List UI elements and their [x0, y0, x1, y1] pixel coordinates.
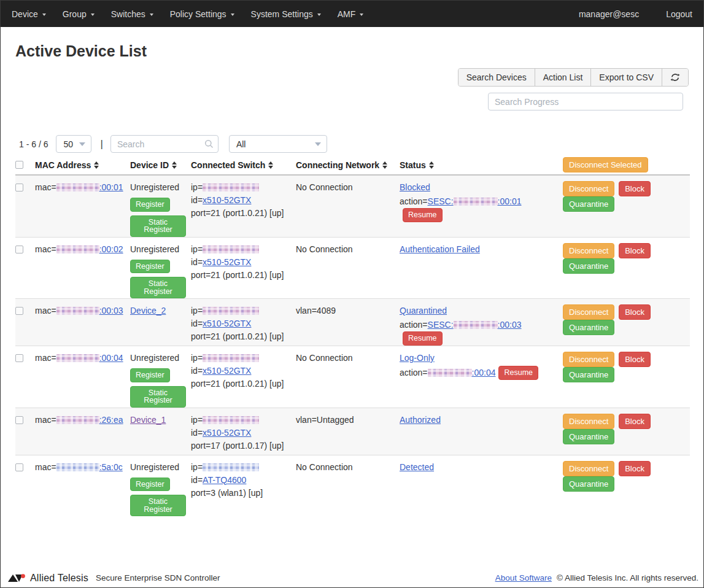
disconnect-button[interactable]: Disconnect	[563, 461, 614, 476]
ip-link[interactable]	[203, 244, 259, 254]
quarantine-button[interactable]: Quarantine	[563, 196, 614, 212]
allied-telesis-logo-icon	[8, 573, 26, 583]
switch-id-link[interactable]: x510-52GTX	[203, 319, 251, 328]
block-button[interactable]: Block	[619, 352, 651, 367]
status-link[interactable]: Authentication Failed	[400, 244, 480, 254]
sort-icon[interactable]	[268, 161, 273, 169]
port-info: port=21 (port1.0.21) [up]	[191, 207, 291, 220]
refresh-button[interactable]	[662, 69, 688, 86]
device-state: Unregistered	[130, 461, 186, 474]
about-software-link[interactable]: About Software	[495, 573, 552, 582]
resume-button[interactable]: Resume	[403, 208, 443, 222]
quarantine-button[interactable]: Quarantine	[563, 320, 614, 335]
nav-menu-device[interactable]: Device	[12, 9, 46, 19]
quarantine-button[interactable]: Quarantine	[563, 367, 614, 382]
action-link[interactable]: SESC::00:01	[428, 196, 522, 206]
block-button[interactable]: Block	[619, 304, 651, 320]
ip-link[interactable]	[203, 182, 259, 192]
nav-menu-policy-settings[interactable]: Policy Settings	[170, 9, 234, 19]
disconnect-selected-button[interactable]: Disconnect Selected	[563, 157, 648, 172]
toolbar: Search Devices Action List Export to CSV	[458, 68, 689, 87]
mac-link[interactable]: :5a:0c	[56, 462, 123, 472]
static-register-button[interactable]: Static Register	[130, 277, 186, 298]
mac-link[interactable]: :00:04	[56, 353, 123, 363]
quarantine-button[interactable]: Quarantine	[563, 429, 614, 444]
action-link[interactable]: :00:04	[428, 368, 496, 377]
status-link[interactable]: Quarantined	[400, 306, 447, 315]
block-button[interactable]: Block	[619, 461, 651, 476]
switch-id-link[interactable]: x510-52GTX	[203, 195, 251, 205]
sort-icon[interactable]	[382, 161, 387, 169]
table-search-input[interactable]	[110, 135, 219, 153]
disconnect-button[interactable]: Disconnect	[563, 243, 614, 258]
row-checkbox[interactable]	[15, 246, 23, 253]
logout-button[interactable]: Logout	[666, 9, 692, 19]
resume-button[interactable]: Resume	[498, 366, 538, 380]
register-button[interactable]: Register	[130, 478, 170, 492]
sort-icon[interactable]	[172, 161, 177, 169]
mac-link[interactable]: :26:ea	[56, 415, 123, 425]
ip-link[interactable]	[203, 415, 259, 425]
mac-link[interactable]: :00:01	[56, 182, 123, 192]
nav-menu-switches[interactable]: Switches	[111, 9, 153, 19]
disconnect-button[interactable]: Disconnect	[563, 352, 614, 367]
mac-link[interactable]: :00:03	[56, 306, 123, 315]
export-csv-button[interactable]: Export to CSV	[591, 69, 662, 86]
disconnect-button[interactable]: Disconnect	[563, 304, 614, 320]
device-link[interactable]: Device_1	[130, 415, 166, 425]
row-checkbox[interactable]	[15, 354, 23, 362]
status-filter-select[interactable]: All	[229, 135, 327, 153]
ip-link[interactable]	[203, 306, 259, 315]
table-row: mac=:00:04 Unregistered Register Static …	[15, 346, 690, 408]
status-link[interactable]: Authorized	[400, 415, 441, 425]
nav-menu-amf[interactable]: AMF	[338, 9, 364, 19]
sort-icon[interactable]	[94, 161, 99, 169]
mac-link[interactable]: :00:02	[56, 244, 123, 254]
nav-menu-group[interactable]: Group	[63, 9, 95, 19]
quarantine-button[interactable]: Quarantine	[563, 258, 614, 274]
nav-menu-system-settings[interactable]: System Settings	[251, 9, 321, 19]
static-register-button[interactable]: Static Register	[130, 495, 186, 516]
device-link[interactable]: Device_2	[130, 306, 166, 315]
page-size-select[interactable]: 50	[56, 135, 91, 153]
connecting-network: vlan=Untagged	[296, 414, 400, 427]
status-link[interactable]: Detected	[400, 462, 434, 472]
sort-icon[interactable]	[429, 161, 434, 169]
resume-button[interactable]: Resume	[403, 331, 443, 346]
status-link[interactable]: Blocked	[400, 182, 430, 192]
status-link[interactable]: Log-Only	[400, 353, 435, 363]
switch-id-link[interactable]: AT-TQ4600	[203, 475, 246, 485]
disconnect-button[interactable]: Disconnect	[563, 414, 614, 429]
switch-id-link[interactable]: x510-52GTX	[203, 257, 251, 267]
row-checkbox[interactable]	[15, 184, 23, 191]
block-button[interactable]: Block	[619, 243, 651, 258]
quarantine-button[interactable]: Quarantine	[563, 476, 614, 492]
row-checkbox[interactable]	[15, 416, 23, 424]
search-devices-button[interactable]: Search Devices	[458, 69, 535, 86]
row-checkbox[interactable]	[15, 307, 23, 315]
ip-link[interactable]	[203, 462, 259, 472]
static-register-button[interactable]: Static Register	[130, 215, 186, 237]
pagination-range: 1 - 6 / 6	[19, 139, 48, 149]
switch-id-link[interactable]: x510-52GTX	[203, 366, 251, 376]
device-table: MAC Address Device ID Connected Switch C…	[15, 155, 690, 516]
select-all-checkbox[interactable]	[15, 161, 23, 169]
register-button[interactable]: Register	[130, 368, 170, 382]
device-state: Unregistered	[130, 243, 186, 256]
chevron-down-icon	[231, 14, 234, 16]
block-button[interactable]: Block	[619, 181, 651, 196]
search-progress-input[interactable]	[488, 93, 683, 110]
redacted-mac	[56, 307, 99, 315]
action-link[interactable]: SESC::00:03	[428, 320, 522, 330]
disconnect-button[interactable]: Disconnect	[563, 181, 614, 196]
register-button[interactable]: Register	[130, 198, 170, 212]
filter-value: All	[236, 139, 246, 149]
ip-link[interactable]	[203, 353, 259, 363]
register-button[interactable]: Register	[130, 260, 170, 274]
action-list-button[interactable]: Action List	[535, 69, 592, 86]
static-register-button[interactable]: Static Register	[130, 386, 186, 408]
row-checkbox[interactable]	[15, 463, 23, 471]
block-button[interactable]: Block	[619, 414, 651, 429]
table-row: mac=:00:01 Unregistered Register Static …	[15, 176, 690, 238]
switch-id-link[interactable]: x510-52GTX	[203, 428, 251, 438]
